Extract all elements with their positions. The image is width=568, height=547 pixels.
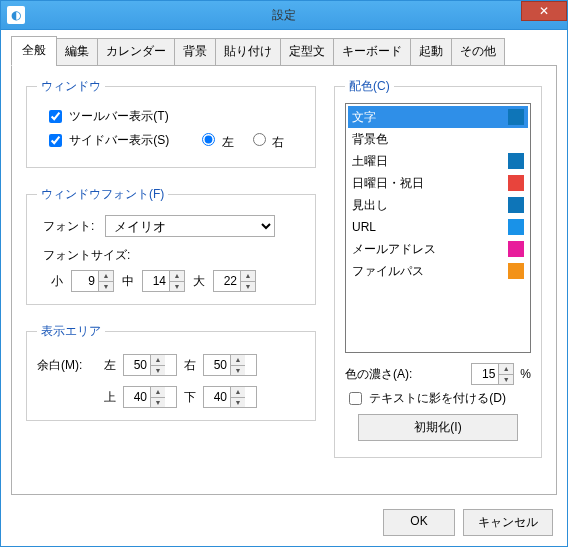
- spin-up-icon[interactable]: ▲: [231, 355, 245, 366]
- sidebar-checkbox-text: サイドバー表示(S): [69, 133, 169, 147]
- font-size-row: 小 ▲▼ 中 ▲▼ 大 ▲▼: [51, 270, 305, 292]
- margin-top-label: 上: [97, 389, 123, 406]
- spin-up-icon[interactable]: ▲: [170, 271, 184, 282]
- color-listbox[interactable]: 文字背景色土曜日日曜日・祝日見出しURLメールアドレスファイルパス: [345, 103, 531, 353]
- margin-left-label: 左: [97, 357, 123, 374]
- radio-right-text: 右: [272, 135, 284, 149]
- tab-strip: 全般編集カレンダー背景貼り付け定型文キーボード起動その他: [11, 38, 557, 66]
- opacity-input[interactable]: [472, 364, 498, 384]
- color-item[interactable]: 見出し: [348, 194, 528, 216]
- font-label: フォント:: [43, 218, 99, 235]
- color-item-label: 背景色: [352, 131, 388, 148]
- toolbar-checkbox-label[interactable]: ツールバー表示(T): [45, 107, 169, 126]
- spin-down-icon[interactable]: ▼: [170, 282, 184, 292]
- spin-down-icon[interactable]: ▼: [241, 282, 255, 292]
- margin-right-spinner[interactable]: ▲▼: [203, 354, 257, 376]
- cancel-button[interactable]: キャンセル: [463, 509, 553, 536]
- margin-bottom-label: 下: [177, 389, 203, 406]
- spin-down-icon[interactable]: ▼: [99, 282, 113, 292]
- margin-left-spinner[interactable]: ▲▼: [123, 354, 177, 376]
- shadow-checkbox-text: テキストに影を付ける(D): [369, 391, 506, 405]
- font-small-label: 小: [51, 273, 63, 290]
- margin-top-spinner[interactable]: ▲▼: [123, 386, 177, 408]
- color-swatch[interactable]: [508, 109, 524, 125]
- tab-5[interactable]: 定型文: [280, 38, 334, 66]
- radio-left-text: 左: [222, 135, 234, 149]
- color-item-label: メールアドレス: [352, 241, 436, 258]
- tab-6[interactable]: キーボード: [333, 38, 411, 66]
- font-select[interactable]: メイリオ: [105, 215, 275, 237]
- color-item-label: ファイルパス: [352, 263, 424, 280]
- toolbar-checkbox[interactable]: [49, 110, 62, 123]
- margin-bottom-spinner[interactable]: ▲▼: [203, 386, 257, 408]
- sidebar-checkbox-label[interactable]: サイドバー表示(S): [45, 131, 169, 150]
- color-swatch[interactable]: [508, 263, 524, 279]
- color-item[interactable]: ファイルパス: [348, 260, 528, 282]
- tab-3[interactable]: 背景: [174, 38, 216, 66]
- spin-down-icon[interactable]: ▼: [151, 366, 165, 376]
- color-item[interactable]: 日曜日・祝日: [348, 172, 528, 194]
- margin-bottom-input[interactable]: [204, 387, 230, 407]
- font-large-input[interactable]: [214, 271, 240, 291]
- font-group: ウィンドウフォント(F) フォント: メイリオ フォントサイズ: 小 ▲▼: [26, 186, 316, 305]
- font-small-input[interactable]: [72, 271, 98, 291]
- margin-right-input[interactable]: [204, 355, 230, 375]
- reset-colors-button[interactable]: 初期化(I): [358, 414, 518, 441]
- spin-up-icon[interactable]: ▲: [151, 387, 165, 398]
- opacity-spinner[interactable]: ▲▼: [471, 363, 514, 385]
- close-button[interactable]: ✕: [521, 1, 567, 21]
- display-group: 表示エリア 余白(M): 左 ▲▼ 右 ▲▼ 上: [26, 323, 316, 421]
- margin-left-input[interactable]: [124, 355, 150, 375]
- color-swatch[interactable]: [508, 153, 524, 169]
- tab-8[interactable]: その他: [451, 38, 505, 66]
- font-mid-spinner[interactable]: ▲▼: [142, 270, 185, 292]
- color-item[interactable]: メールアドレス: [348, 238, 528, 260]
- tab-2[interactable]: カレンダー: [97, 38, 175, 66]
- spin-down-icon[interactable]: ▼: [499, 375, 513, 385]
- sidebar-position-radios: 左 右: [197, 130, 284, 151]
- color-item[interactable]: 背景色: [348, 128, 528, 150]
- spin-down-icon[interactable]: ▼: [231, 398, 245, 408]
- tab-0[interactable]: 全般: [11, 36, 57, 66]
- color-item[interactable]: 土曜日: [348, 150, 528, 172]
- spin-up-icon[interactable]: ▲: [99, 271, 113, 282]
- shadow-checkbox-label[interactable]: テキストに影を付ける(D): [345, 389, 506, 408]
- color-swatch[interactable]: [508, 219, 524, 235]
- font-group-legend: ウィンドウフォント(F): [37, 186, 168, 203]
- spin-up-icon[interactable]: ▲: [241, 271, 255, 282]
- font-size-label: フォントサイズ:: [43, 247, 130, 264]
- sidebar-checkbox[interactable]: [49, 134, 62, 147]
- margin-grid: 余白(M): 左 ▲▼ 右 ▲▼ 上 ▲▼: [37, 354, 305, 408]
- font-mid-input[interactable]: [143, 271, 169, 291]
- dialog-footer: OK キャンセル: [383, 509, 553, 536]
- color-swatch[interactable]: [508, 197, 524, 213]
- color-options: 色の濃さ(A): ▲▼ % テキストに影を付ける(D): [345, 363, 531, 441]
- tab-4[interactable]: 貼り付け: [215, 38, 281, 66]
- radio-left-label[interactable]: 左: [197, 130, 233, 151]
- spin-down-icon[interactable]: ▼: [151, 398, 165, 408]
- spin-up-icon[interactable]: ▲: [231, 387, 245, 398]
- tab-7[interactable]: 起動: [410, 38, 452, 66]
- margin-right-label: 右: [177, 357, 203, 374]
- color-item[interactable]: URL: [348, 216, 528, 238]
- font-mid-label: 中: [122, 273, 134, 290]
- ok-button[interactable]: OK: [383, 509, 455, 536]
- radio-right[interactable]: [253, 133, 266, 146]
- color-item[interactable]: 文字: [348, 106, 528, 128]
- color-swatch[interactable]: [508, 241, 524, 257]
- spin-up-icon[interactable]: ▲: [151, 355, 165, 366]
- color-swatch[interactable]: [508, 175, 524, 191]
- radio-left[interactable]: [202, 133, 215, 146]
- spin-up-icon[interactable]: ▲: [499, 364, 513, 375]
- shadow-checkbox[interactable]: [349, 392, 362, 405]
- tab-1[interactable]: 編集: [56, 38, 98, 66]
- margin-top-input[interactable]: [124, 387, 150, 407]
- window-group-legend: ウィンドウ: [37, 78, 105, 95]
- font-large-spinner[interactable]: ▲▼: [213, 270, 256, 292]
- font-small-spinner[interactable]: ▲▼: [71, 270, 114, 292]
- radio-right-label[interactable]: 右: [248, 130, 284, 151]
- color-item-label: 文字: [352, 109, 376, 126]
- titlebar: ◐ 設定 ✕: [0, 0, 568, 30]
- color-item-label: URL: [352, 220, 376, 234]
- spin-down-icon[interactable]: ▼: [231, 366, 245, 376]
